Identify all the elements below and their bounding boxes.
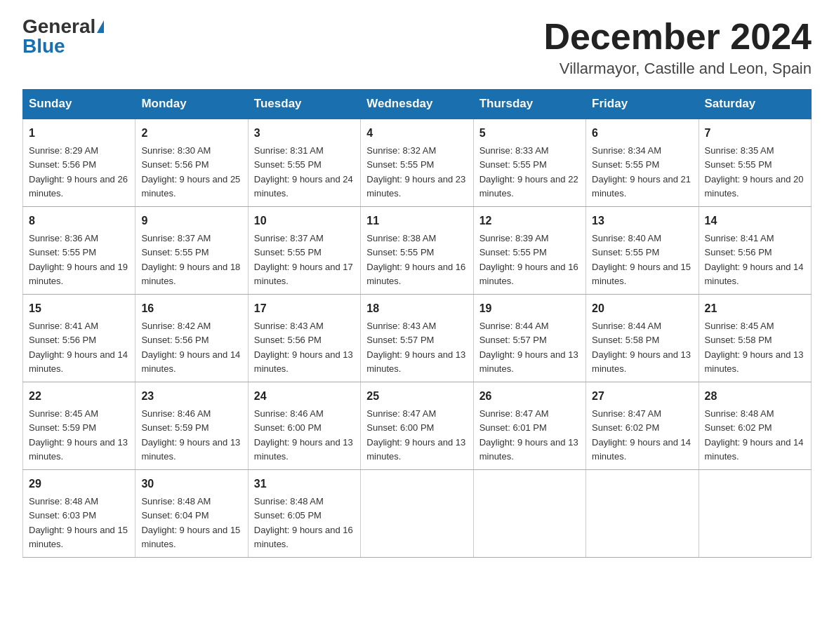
calendar-cell: 18 Sunrise: 8:43 AMSunset: 5:57 PMDaylig…: [361, 295, 473, 382]
day-info: Sunrise: 8:29 AMSunset: 5:56 PMDaylight:…: [29, 145, 128, 199]
day-info: Sunrise: 8:42 AMSunset: 5:56 PMDaylight:…: [141, 321, 240, 374]
day-info: Sunrise: 8:47 AMSunset: 6:00 PMDaylight:…: [366, 408, 465, 462]
calendar-cell: 29 Sunrise: 8:48 AMSunset: 6:03 PMDaylig…: [23, 470, 135, 558]
day-info: Sunrise: 8:30 AMSunset: 5:56 PMDaylight:…: [141, 145, 240, 199]
calendar-cell: 2 Sunrise: 8:30 AMSunset: 5:56 PMDayligh…: [135, 119, 248, 207]
calendar-cell: 14 Sunrise: 8:41 AMSunset: 5:56 PMDaylig…: [699, 207, 811, 295]
calendar-body: 1 Sunrise: 8:29 AMSunset: 5:56 PMDayligh…: [23, 119, 812, 558]
calendar-cell: 28 Sunrise: 8:48 AMSunset: 6:02 PMDaylig…: [699, 382, 811, 470]
calendar-cell: 22 Sunrise: 8:45 AMSunset: 5:59 PMDaylig…: [23, 382, 135, 470]
month-title: December 2024: [543, 17, 812, 57]
calendar-cell: 4 Sunrise: 8:32 AMSunset: 5:55 PMDayligh…: [361, 119, 473, 207]
day-number: 5: [479, 125, 580, 142]
logo-blue-text: Blue: [22, 36, 65, 56]
calendar-cell: 17 Sunrise: 8:43 AMSunset: 5:56 PMDaylig…: [248, 295, 360, 382]
day-number: 8: [29, 213, 129, 229]
title-block: December 2024 Villarmayor, Castille and …: [543, 17, 812, 78]
day-number: 30: [141, 476, 241, 492]
day-number: 2: [141, 125, 241, 142]
calendar-cell: [586, 470, 699, 558]
day-number: 14: [705, 213, 805, 229]
header-cell-wednesday: Wednesday: [361, 90, 473, 119]
day-number: 25: [366, 388, 467, 405]
day-number: 16: [141, 300, 241, 317]
day-info: Sunrise: 8:41 AMSunset: 5:56 PMDaylight:…: [705, 233, 804, 286]
header-cell-tuesday: Tuesday: [248, 90, 360, 119]
day-number: 10: [254, 213, 355, 229]
day-info: Sunrise: 8:41 AMSunset: 5:56 PMDaylight:…: [29, 321, 128, 374]
calendar-cell: 3 Sunrise: 8:31 AMSunset: 5:55 PMDayligh…: [248, 119, 360, 207]
day-number: 28: [705, 388, 805, 405]
day-info: Sunrise: 8:46 AMSunset: 6:00 PMDaylight:…: [254, 408, 353, 462]
day-info: Sunrise: 8:33 AMSunset: 5:55 PMDaylight:…: [479, 145, 578, 199]
header-cell-saturday: Saturday: [699, 90, 811, 119]
calendar-cell: 15 Sunrise: 8:41 AMSunset: 5:56 PMDaylig…: [23, 295, 135, 382]
day-number: 24: [254, 388, 355, 405]
calendar-cell: 21 Sunrise: 8:45 AMSunset: 5:58 PMDaylig…: [699, 295, 811, 382]
day-info: Sunrise: 8:43 AMSunset: 5:56 PMDaylight:…: [254, 321, 353, 374]
day-info: Sunrise: 8:36 AMSunset: 5:55 PMDaylight:…: [29, 233, 128, 286]
day-info: Sunrise: 8:39 AMSunset: 5:55 PMDaylight:…: [479, 233, 578, 286]
calendar-cell: 30 Sunrise: 8:48 AMSunset: 6:04 PMDaylig…: [135, 470, 248, 558]
day-info: Sunrise: 8:38 AMSunset: 5:55 PMDaylight:…: [366, 233, 465, 286]
calendar-cell: 12 Sunrise: 8:39 AMSunset: 5:55 PMDaylig…: [473, 207, 585, 295]
day-number: 26: [479, 388, 580, 405]
header-row: SundayMondayTuesdayWednesdayThursdayFrid…: [23, 90, 812, 119]
calendar-cell: [699, 470, 811, 558]
day-number: 22: [29, 388, 129, 405]
day-info: Sunrise: 8:45 AMSunset: 5:58 PMDaylight:…: [705, 321, 804, 374]
calendar-cell: 26 Sunrise: 8:47 AMSunset: 6:01 PMDaylig…: [473, 382, 585, 470]
day-number: 23: [141, 388, 241, 405]
location-subtitle: Villarmayor, Castille and Leon, Spain: [543, 60, 812, 78]
week-row-3: 15 Sunrise: 8:41 AMSunset: 5:56 PMDaylig…: [23, 295, 812, 382]
header-cell-monday: Monday: [135, 90, 248, 119]
calendar-cell: 25 Sunrise: 8:47 AMSunset: 6:00 PMDaylig…: [361, 382, 473, 470]
day-number: 15: [29, 300, 129, 317]
calendar-cell: 1 Sunrise: 8:29 AMSunset: 5:56 PMDayligh…: [23, 119, 135, 207]
day-number: 12: [479, 213, 580, 229]
week-row-1: 1 Sunrise: 8:29 AMSunset: 5:56 PMDayligh…: [23, 119, 812, 207]
day-info: Sunrise: 8:48 AMSunset: 6:04 PMDaylight:…: [141, 496, 240, 549]
day-info: Sunrise: 8:35 AMSunset: 5:55 PMDaylight:…: [705, 145, 804, 199]
calendar-cell: [361, 470, 473, 558]
day-number: 11: [366, 213, 467, 229]
day-info: Sunrise: 8:43 AMSunset: 5:57 PMDaylight:…: [366, 321, 465, 374]
calendar-cell: 6 Sunrise: 8:34 AMSunset: 5:55 PMDayligh…: [586, 119, 699, 207]
day-info: Sunrise: 8:37 AMSunset: 5:55 PMDaylight:…: [141, 233, 240, 286]
week-row-4: 22 Sunrise: 8:45 AMSunset: 5:59 PMDaylig…: [23, 382, 812, 470]
day-info: Sunrise: 8:34 AMSunset: 5:55 PMDaylight:…: [592, 145, 691, 199]
header-cell-sunday: Sunday: [23, 90, 135, 119]
day-info: Sunrise: 8:37 AMSunset: 5:55 PMDaylight:…: [254, 233, 353, 286]
day-info: Sunrise: 8:46 AMSunset: 5:59 PMDaylight:…: [141, 408, 240, 462]
calendar-cell: 16 Sunrise: 8:42 AMSunset: 5:56 PMDaylig…: [135, 295, 248, 382]
header-cell-thursday: Thursday: [473, 90, 585, 119]
calendar-table: SundayMondayTuesdayWednesdayThursdayFrid…: [22, 89, 812, 558]
day-number: 21: [705, 300, 805, 317]
day-number: 1: [29, 125, 129, 142]
day-info: Sunrise: 8:32 AMSunset: 5:55 PMDaylight:…: [366, 145, 465, 199]
calendar-cell: 23 Sunrise: 8:46 AMSunset: 5:59 PMDaylig…: [135, 382, 248, 470]
calendar-cell: 31 Sunrise: 8:48 AMSunset: 6:05 PMDaylig…: [248, 470, 360, 558]
calendar-cell: 7 Sunrise: 8:35 AMSunset: 5:55 PMDayligh…: [699, 119, 811, 207]
day-number: 7: [705, 125, 805, 142]
day-info: Sunrise: 8:48 AMSunset: 6:02 PMDaylight:…: [705, 408, 804, 462]
day-number: 19: [479, 300, 580, 317]
day-info: Sunrise: 8:44 AMSunset: 5:57 PMDaylight:…: [479, 321, 578, 374]
calendar-cell: 13 Sunrise: 8:40 AMSunset: 5:55 PMDaylig…: [586, 207, 699, 295]
day-number: 6: [592, 125, 692, 142]
logo-triangle-icon: [97, 20, 104, 33]
logo-general-text: General: [22, 17, 95, 36]
day-info: Sunrise: 8:48 AMSunset: 6:05 PMDaylight:…: [254, 496, 353, 549]
day-number: 17: [254, 300, 355, 317]
calendar-cell: 10 Sunrise: 8:37 AMSunset: 5:55 PMDaylig…: [248, 207, 360, 295]
logo: General Blue: [22, 17, 104, 56]
day-info: Sunrise: 8:47 AMSunset: 6:01 PMDaylight:…: [479, 408, 578, 462]
calendar-cell: 24 Sunrise: 8:46 AMSunset: 6:00 PMDaylig…: [248, 382, 360, 470]
day-info: Sunrise: 8:31 AMSunset: 5:55 PMDaylight:…: [254, 145, 353, 199]
day-number: 13: [592, 213, 692, 229]
day-number: 4: [366, 125, 467, 142]
day-info: Sunrise: 8:44 AMSunset: 5:58 PMDaylight:…: [592, 321, 691, 374]
calendar-cell: 20 Sunrise: 8:44 AMSunset: 5:58 PMDaylig…: [586, 295, 699, 382]
day-info: Sunrise: 8:45 AMSunset: 5:59 PMDaylight:…: [29, 408, 128, 462]
week-row-2: 8 Sunrise: 8:36 AMSunset: 5:55 PMDayligh…: [23, 207, 812, 295]
